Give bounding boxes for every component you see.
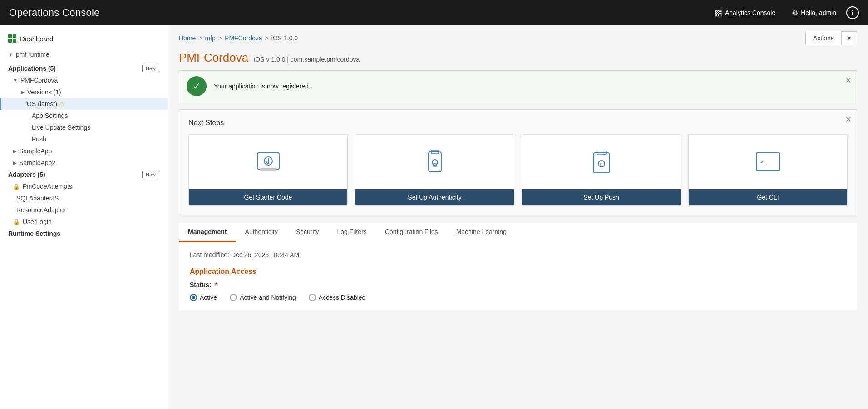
status-label: Status: bbox=[190, 281, 211, 288]
actions-caret-button[interactable]: ▼ bbox=[841, 31, 857, 45]
sidebar-runtime-header[interactable]: ▼ pmf runtime bbox=[8, 49, 159, 60]
success-banner: ✓ Your application is now registered. ✕ bbox=[179, 70, 857, 102]
chevron-right-icon: ▶ bbox=[21, 89, 25, 95]
sidebar-sampleapp2[interactable]: ▶ SampleApp2 bbox=[0, 157, 168, 169]
radio-circle-disabled bbox=[309, 294, 316, 301]
radio-active-label: Active bbox=[200, 294, 217, 301]
sidebar-inner: Dashboard ▼ pmf runtime Applications (5)… bbox=[0, 25, 168, 245]
runtime-settings-label: Runtime Settings bbox=[8, 230, 60, 237]
sidebar-applications-row[interactable]: Applications (5) New bbox=[0, 63, 168, 74]
analytics-icon: ▩ bbox=[715, 8, 722, 18]
top-header: Operations Console ▩ Analytics Console ⚙… bbox=[0, 0, 868, 25]
applications-label: Applications (5) bbox=[8, 65, 56, 72]
cli-icon-area: >_ bbox=[689, 135, 847, 189]
main-layout: Dashboard ▼ pmf runtime Applications (5)… bbox=[0, 25, 868, 409]
sidebar-app-settings[interactable]: App Settings bbox=[0, 110, 168, 122]
tab-management[interactable]: Management bbox=[179, 223, 236, 242]
sidebar-adapters-row[interactable]: Adapters (5) New bbox=[0, 169, 168, 180]
breadcrumb-sep-3: > bbox=[265, 34, 269, 42]
sidebar-runtime-settings[interactable]: Runtime Settings bbox=[0, 228, 168, 239]
sqladapter-label: SQLAdapterJS bbox=[16, 195, 59, 202]
sidebar-dashboard[interactable]: Dashboard bbox=[0, 31, 168, 46]
page-subtitle: iOS v 1.0.0 | com.sample.pmfcordova bbox=[254, 56, 360, 63]
banner-close-button[interactable]: ✕ bbox=[845, 76, 851, 85]
warning-icon: ⚠ bbox=[59, 100, 65, 107]
success-message: Your application is now registered. bbox=[214, 83, 311, 90]
next-step-cli[interactable]: >_ Get CLI bbox=[688, 134, 848, 206]
breadcrumb: Home > mfp > PMFCordova > iOS 1.0.0 bbox=[179, 34, 298, 42]
tab-security[interactable]: Security bbox=[287, 223, 328, 242]
next-step-starter-code[interactable]: Get Starter Code bbox=[188, 134, 348, 206]
pincode-label: PinCodeAttempts bbox=[23, 183, 72, 190]
svg-text:i: i bbox=[600, 161, 601, 166]
actions-button[interactable]: Actions bbox=[805, 31, 841, 45]
sidebar-live-update[interactable]: Live Update Settings bbox=[0, 122, 168, 133]
breadcrumb-pmfcordova[interactable]: PMFCordova bbox=[225, 34, 262, 42]
breadcrumb-sep-1: > bbox=[198, 34, 202, 42]
authenticity-icon-area bbox=[355, 135, 514, 189]
live-update-label: Live Update Settings bbox=[32, 124, 90, 131]
chevron-down-icon-2: ▼ bbox=[13, 78, 18, 83]
breadcrumb-home[interactable]: Home bbox=[179, 34, 196, 42]
tab-log-filters[interactable]: Log Filters bbox=[328, 223, 376, 242]
sidebar-pmfcordova[interactable]: ▼ PMFCordova bbox=[0, 74, 168, 86]
sampleapp-label: SampleApp bbox=[19, 147, 52, 155]
dashboard-icon bbox=[8, 34, 16, 43]
sidebar-ios-item[interactable]: iOS (latest) ⚠ bbox=[0, 98, 168, 110]
next-step-authenticity[interactable]: Set Up Authenticity bbox=[355, 134, 514, 206]
breadcrumb-bar: Home > mfp > PMFCordova > iOS 1.0.0 Acti… bbox=[168, 25, 868, 51]
pmfcordova-label: PMFCordova bbox=[20, 77, 58, 84]
versions-label: Versions (1) bbox=[27, 88, 61, 96]
next-steps-title: Next Steps bbox=[188, 119, 848, 127]
sidebar-versions[interactable]: ▶ Versions (1) bbox=[0, 86, 168, 98]
sidebar-pincode[interactable]: 🔒 PinCodeAttempts bbox=[0, 180, 168, 192]
authenticity-label: Set Up Authenticity bbox=[355, 189, 514, 205]
status-radio-group: Active Active and Notifying Access Disab… bbox=[190, 294, 846, 301]
tab-configuration-files[interactable]: Configuration Files bbox=[376, 223, 447, 242]
cli-label: Get CLI bbox=[689, 189, 847, 205]
user-label: Hello, admin bbox=[801, 9, 836, 16]
svg-rect-9 bbox=[593, 153, 610, 173]
starter-code-icon-area bbox=[189, 135, 347, 189]
actions-dropdown: Actions ▼ bbox=[805, 31, 857, 45]
resource-label: ResourceAdapter bbox=[16, 206, 66, 214]
app-title: Operations Console bbox=[9, 7, 100, 19]
page-title: PMFCordova bbox=[179, 51, 248, 65]
user-menu-button[interactable]: ⚙ Hello, admin bbox=[785, 5, 843, 21]
radio-circle-active bbox=[190, 294, 197, 301]
authenticity-icon bbox=[420, 147, 449, 176]
tab-machine-learning[interactable]: Machine Learning bbox=[447, 223, 516, 242]
svg-rect-1 bbox=[260, 168, 276, 171]
userlogin-label: UserLogin bbox=[23, 218, 52, 225]
required-indicator: * bbox=[215, 281, 217, 288]
info-button[interactable]: i bbox=[846, 6, 859, 19]
page-title-row: PMFCordova iOS v 1.0.0 | com.sample.pmfc… bbox=[179, 51, 857, 65]
next-steps-grid: Get Starter Code Set Up Authen bbox=[188, 134, 848, 206]
sampleapp2-label: SampleApp2 bbox=[19, 159, 55, 166]
sidebar-sampleapp[interactable]: ▶ SampleApp bbox=[0, 145, 168, 157]
tab-authenticity[interactable]: Authenticity bbox=[236, 223, 287, 242]
chevron-right-icon-2: ▶ bbox=[13, 148, 16, 154]
lock-icon-2: 🔒 bbox=[13, 219, 20, 225]
next-step-push[interactable]: i Set Up Push bbox=[522, 134, 681, 206]
sidebar-push[interactable]: Push bbox=[0, 133, 168, 145]
page-content: PMFCordova iOS v 1.0.0 | com.sample.pmfc… bbox=[168, 51, 868, 321]
tabs-bar: Management Authenticity Security Log Fil… bbox=[179, 223, 857, 242]
radio-active-notifying[interactable]: Active and Notifying bbox=[230, 294, 296, 301]
lock-icon: 🔒 bbox=[13, 183, 20, 190]
sidebar-resource-adapter[interactable]: ResourceAdapter bbox=[0, 204, 168, 216]
push-icon: i bbox=[587, 147, 616, 176]
svg-text:>_: >_ bbox=[760, 158, 767, 165]
next-steps-close-button[interactable]: ✕ bbox=[845, 115, 851, 124]
push-icon-area: i bbox=[522, 135, 681, 189]
sidebar-sqladapter[interactable]: SQLAdapterJS bbox=[0, 192, 168, 204]
breadcrumb-mfp[interactable]: mfp bbox=[205, 34, 216, 42]
management-tab-content: Last modified: Dec 26, 2023, 10:44 AM Ap… bbox=[179, 242, 857, 310]
radio-access-disabled[interactable]: Access Disabled bbox=[309, 294, 366, 301]
radio-active[interactable]: Active bbox=[190, 294, 217, 301]
application-access-title: Application Access bbox=[190, 268, 846, 276]
push-label: Set Up Push bbox=[522, 189, 681, 205]
sidebar-userlogin[interactable]: 🔒 UserLogin bbox=[0, 216, 168, 228]
analytics-console-button[interactable]: ▩ Analytics Console bbox=[708, 4, 782, 21]
radio-circle-notifying bbox=[230, 294, 237, 301]
